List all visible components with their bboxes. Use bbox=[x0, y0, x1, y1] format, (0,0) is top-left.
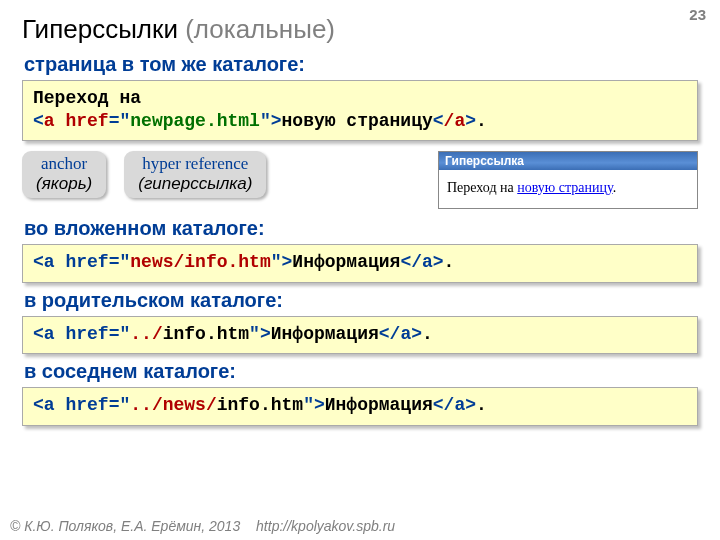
t: > bbox=[433, 252, 444, 272]
t: = bbox=[109, 252, 120, 272]
title-gray: (локальные) bbox=[185, 14, 335, 44]
t: > bbox=[411, 324, 422, 344]
code-example-1: Переход на <a href="newpage.html">новую … bbox=[22, 80, 698, 141]
pill-anchor: anchor (якорь) bbox=[22, 151, 106, 198]
t: < bbox=[33, 111, 44, 131]
t: < bbox=[433, 395, 444, 415]
t: " bbox=[119, 395, 130, 415]
t: = bbox=[109, 395, 120, 415]
browser-body: Переход на новую страницу. bbox=[439, 170, 697, 208]
t: < bbox=[379, 324, 390, 344]
browser-preview: Гиперссылка Переход на новую страницу. bbox=[438, 151, 698, 209]
footer-copyright: © К.Ю. Поляков, Е.А. Ерёмин, 2013 bbox=[10, 518, 240, 534]
t: < bbox=[33, 395, 44, 415]
t: Информация bbox=[271, 324, 379, 344]
t: > bbox=[260, 324, 271, 344]
t: < bbox=[33, 324, 44, 344]
title-main: Гиперссылки bbox=[22, 14, 185, 44]
t: " bbox=[303, 395, 314, 415]
t: " bbox=[119, 252, 130, 272]
t: < bbox=[33, 252, 44, 272]
section-2-heading: во вложенном каталоге: bbox=[24, 217, 698, 240]
t: > bbox=[465, 395, 476, 415]
t: Информация bbox=[292, 252, 400, 272]
t: href bbox=[65, 252, 108, 272]
pill-href-ru: (гиперссылка) bbox=[138, 174, 252, 194]
code-example-2: <a href="news/info.htm">Информация</a>. bbox=[22, 244, 698, 283]
browser-text-pre: Переход на bbox=[447, 180, 517, 195]
page-number: 23 bbox=[689, 6, 706, 23]
t: " bbox=[119, 324, 130, 344]
t: a bbox=[44, 252, 55, 272]
t: newpage.html bbox=[130, 111, 260, 131]
t: href bbox=[65, 111, 108, 131]
t: /a bbox=[390, 324, 412, 344]
t: ../news/ bbox=[130, 395, 216, 415]
code-example-4: <a href="../news/info.htm">Информация</a… bbox=[22, 387, 698, 426]
t: > bbox=[282, 252, 293, 272]
t: info.htm bbox=[163, 324, 249, 344]
t: новую страницу bbox=[282, 111, 433, 131]
t: " bbox=[260, 111, 271, 131]
t: . bbox=[476, 111, 487, 131]
t: = bbox=[109, 111, 120, 131]
browser-titlebar: Гиперссылка bbox=[439, 152, 697, 170]
section-4-heading: в соседнем каталоге: bbox=[24, 360, 698, 383]
t: . bbox=[476, 395, 487, 415]
browser-link[interactable]: новую страницу bbox=[517, 180, 612, 195]
pill-anchor-ru: (якорь) bbox=[36, 174, 92, 194]
t: href bbox=[65, 324, 108, 344]
pill-href-en: hyper reference bbox=[138, 154, 252, 174]
t: a bbox=[44, 395, 55, 415]
t: /a bbox=[411, 252, 433, 272]
section-3-heading: в родительском каталоге: bbox=[24, 289, 698, 312]
t: /a bbox=[444, 111, 466, 131]
browser-text-post: . bbox=[613, 180, 617, 195]
pill-href: hyper reference (гиперссылка) bbox=[124, 151, 266, 198]
t: news/info.htm bbox=[130, 252, 270, 272]
t: " bbox=[249, 324, 260, 344]
t: > bbox=[465, 111, 476, 131]
t: < bbox=[433, 111, 444, 131]
t: a bbox=[44, 111, 55, 131]
t: = bbox=[109, 324, 120, 344]
t: . bbox=[422, 324, 433, 344]
t: info.htm bbox=[217, 395, 303, 415]
footer: © К.Ю. Поляков, Е.А. Ерёмин, 2013 http:/… bbox=[10, 518, 395, 534]
pill-anchor-en: anchor bbox=[36, 154, 92, 174]
code-example-3: <a href="../info.htm">Информация</a>. bbox=[22, 316, 698, 355]
section-1-heading: страница в том же каталоге: bbox=[24, 53, 698, 76]
footer-url: http://kpolyakov.spb.ru bbox=[256, 518, 395, 534]
t: /a bbox=[444, 395, 466, 415]
t: < bbox=[400, 252, 411, 272]
explain-row: anchor (якорь) hyper reference (гиперссы… bbox=[22, 151, 698, 209]
t: Информация bbox=[325, 395, 433, 415]
t: href bbox=[65, 395, 108, 415]
t: a bbox=[44, 324, 55, 344]
t: . bbox=[444, 252, 455, 272]
t: " bbox=[119, 111, 130, 131]
page-title: Гиперссылки (локальные) bbox=[22, 14, 698, 45]
code-text: Переход на bbox=[33, 88, 141, 108]
t: > bbox=[314, 395, 325, 415]
t: ../ bbox=[130, 324, 162, 344]
t: " bbox=[271, 252, 282, 272]
t: > bbox=[271, 111, 282, 131]
